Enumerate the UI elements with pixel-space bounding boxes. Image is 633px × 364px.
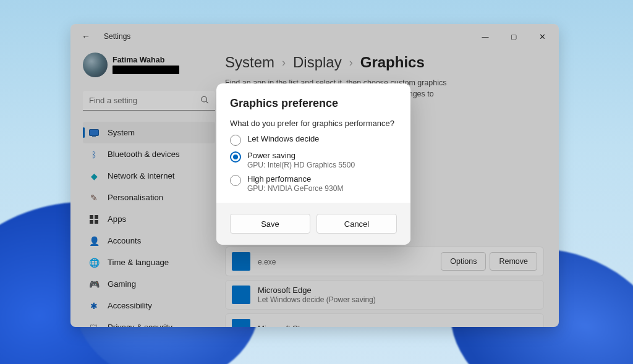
radio-icon bbox=[230, 175, 241, 186]
radio-sublabel: GPU: Intel(R) HD Graphics 5500 bbox=[247, 161, 355, 169]
dialog-question: What do you prefer for graphics performa… bbox=[230, 119, 397, 128]
radio-let-windows-decide[interactable]: Let Windows decide bbox=[230, 134, 397, 146]
save-button[interactable]: Save bbox=[230, 214, 310, 234]
radio-sublabel: GPU: NVIDIA GeForce 930M bbox=[247, 184, 343, 193]
dialog-title: Graphics preference bbox=[230, 97, 397, 110]
radio-high-performance[interactable]: High performance GPU: NVIDIA GeForce 930… bbox=[230, 174, 397, 193]
graphics-preference-dialog: Graphics preference What do you prefer f… bbox=[216, 83, 410, 245]
radio-power-saving[interactable]: Power saving GPU: Intel(R) HD Graphics 5… bbox=[230, 151, 397, 169]
radio-label: Power saving bbox=[247, 151, 355, 160]
radio-label: Let Windows decide bbox=[247, 134, 319, 143]
cancel-button[interactable]: Cancel bbox=[316, 214, 397, 234]
radio-icon bbox=[230, 151, 241, 163]
radio-icon bbox=[230, 135, 241, 146]
radio-label: High performance bbox=[247, 174, 343, 184]
